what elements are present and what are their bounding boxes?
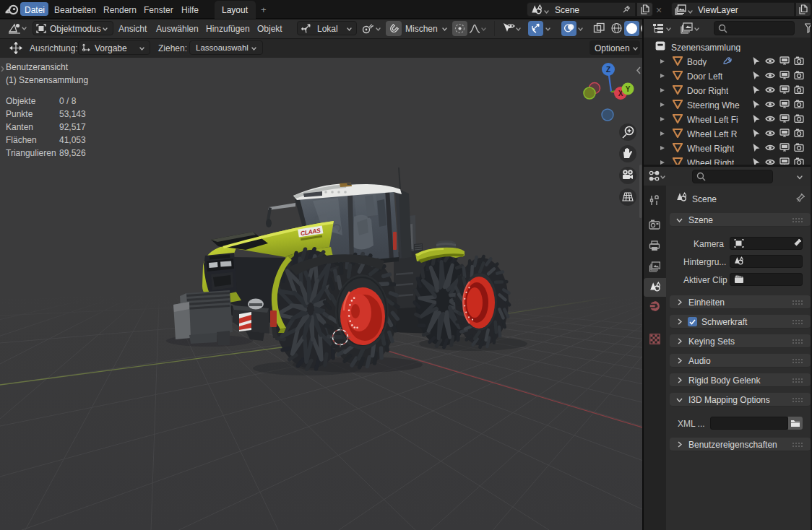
svg-text:Y: Y: [626, 85, 631, 93]
svg-text:Z: Z: [606, 66, 610, 74]
